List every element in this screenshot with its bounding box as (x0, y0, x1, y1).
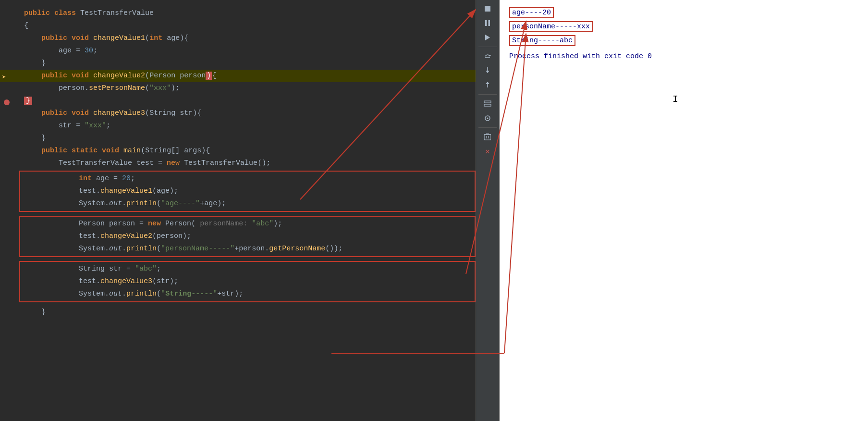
debug-arrow-icon: ➤ (2, 72, 6, 83)
line-content-22: System.out.println("String-----"+str); (35, 288, 475, 300)
code-line-22: System.out.println("String-----"+str); (20, 288, 475, 300)
resume-button[interactable] (481, 31, 494, 44)
line-content-11: } (14, 133, 476, 144)
line-content-9: public void changeValue3(String str){ (14, 108, 476, 119)
svg-rect-0 (485, 6, 490, 12)
svg-rect-1 (485, 20, 487, 26)
frames-button[interactable] (481, 98, 494, 110)
line-content-23: } (14, 307, 476, 318)
line-content-15: test.changeValue1(age); (35, 186, 475, 197)
breakpoint-8[interactable] (4, 99, 10, 105)
svg-marker-7 (486, 71, 489, 73)
svg-rect-14 (484, 135, 491, 140)
step-over-button[interactable] (481, 50, 494, 62)
code-line-8: } (0, 95, 476, 107)
line-content-14: int age = 20; (35, 173, 475, 185)
line-content-18: test.changeValue2(person); (35, 231, 475, 242)
code-line-10: str = "xxx"; (0, 120, 476, 132)
line-content-6: public void changeValue2(Person person){ (14, 70, 476, 82)
code-group-person: Person person = new Person( personName: … (19, 216, 476, 257)
code-line-13: TestTransferValue test = new TestTransfe… (0, 157, 476, 170)
code-line-20: String str = "abc"; (20, 263, 475, 275)
line-content-13: TestTransferValue test = new TestTransfe… (14, 158, 476, 169)
line-content-2: { (14, 20, 476, 32)
svg-marker-3 (485, 35, 490, 40)
output-panel: age----20 personName-----xxx String-----… (500, 0, 868, 421)
code-line-19: System.out.println("personName-----"+per… (20, 243, 475, 255)
process-finished-text: Process finished with exit code 0 (509, 52, 652, 61)
text-cursor: I (672, 94, 678, 105)
code-line-23: } (0, 306, 476, 319)
code-line-11: } (0, 132, 476, 145)
output-person-name: personName-----xxx (509, 21, 593, 32)
code-editor[interactable]: public class TestTransferValue { public … (0, 0, 476, 421)
code-line-4: age = 30; (0, 45, 476, 57)
code-line-9: public void changeValue3(String str){ (0, 107, 476, 120)
line-content-7: person.setPersonName("xxx"); (14, 83, 476, 94)
line-content-16: System.out.println("age----"+age); (35, 198, 475, 210)
line-content-5: } (14, 58, 476, 69)
line-content-1: public class TestTransferValue (14, 8, 476, 19)
code-line-14: int age = 20; (20, 173, 475, 185)
line-content-21: test.changeValue3(str); (35, 276, 475, 287)
code-line-7: person.setPersonName("xxx"); (0, 82, 476, 95)
toolbar-divider (478, 47, 497, 47)
code-line-15: test.changeValue1(age); (20, 185, 475, 198)
line-content-20: String str = "abc"; (35, 263, 475, 275)
line-content-17: Person person = new Person( personName: … (35, 218, 475, 230)
code-line-21: test.changeValue3(str); (20, 275, 475, 288)
output-string: String-----abc (509, 35, 575, 46)
svg-point-13 (487, 118, 489, 119)
step-out-button[interactable] (481, 79, 494, 91)
code-line-18: test.changeValue2(person); (20, 230, 475, 243)
close-button[interactable]: ✕ (481, 145, 494, 158)
debug-toolbar: ✕ (476, 0, 500, 421)
step-into-button[interactable] (481, 64, 494, 77)
code-group-age: int age = 20; test.changeValue1(age); Sy… (19, 171, 476, 212)
watch-button[interactable] (481, 112, 494, 124)
code-line-1: public class TestTransferValue (0, 7, 476, 20)
stop-button[interactable] (481, 2, 494, 15)
svg-rect-11 (484, 104, 491, 106)
line-content-3: public void changeValue1(int age){ (14, 33, 476, 44)
pause-button[interactable] (481, 17, 494, 29)
svg-marker-9 (486, 82, 489, 84)
line-content-8: } (14, 95, 476, 107)
code-line-17: Person person = new Person( personName: … (20, 218, 475, 230)
line-content-19: System.out.println("personName-----"+per… (35, 243, 475, 255)
toolbar-divider-2 (478, 94, 497, 95)
line-content-12: public static void main(String[] args){ (14, 145, 476, 157)
code-line-3: public void changeValue1(int age){ (0, 32, 476, 45)
code-group-string: String str = "abc"; test.changeValue3(st… (19, 261, 476, 302)
svg-rect-2 (489, 20, 490, 26)
toolbar-divider-3 (478, 127, 497, 128)
line-content-4: age = 30; (14, 45, 476, 57)
code-line-16: System.out.println("age----"+age); (20, 198, 475, 210)
code-line-5: } (0, 57, 476, 70)
svg-rect-10 (484, 101, 491, 103)
code-line-2: { (0, 20, 476, 32)
delete-button[interactable] (481, 131, 494, 143)
line-content-10: str = "xxx"; (14, 120, 476, 132)
code-line-6: ➤ public void changeValue2(Person person… (0, 70, 476, 82)
code-line-12: public static void main(String[] args){ (0, 145, 476, 157)
output-age: age----20 (509, 7, 554, 18)
